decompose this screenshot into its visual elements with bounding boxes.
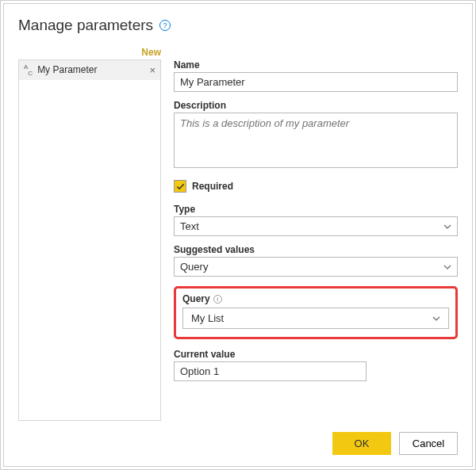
current-value-label: Current value	[174, 349, 458, 360]
close-icon[interactable]: ×	[149, 64, 155, 76]
new-parameter-link[interactable]: New	[141, 47, 161, 58]
ok-button[interactable]: OK	[332, 432, 391, 455]
dialog-title: Manage parameters	[18, 17, 153, 34]
type-glyph-icon: AC	[24, 63, 33, 77]
list-item[interactable]: AC My Parameter ×	[19, 60, 160, 80]
help-icon[interactable]: ?	[159, 20, 171, 31]
info-icon[interactable]: i	[213, 295, 222, 304]
name-label: Name	[174, 59, 458, 71]
parameter-list: AC My Parameter ×	[18, 59, 161, 421]
type-value: Text	[180, 220, 199, 232]
name-input[interactable]	[174, 72, 458, 92]
chevron-down-icon	[443, 263, 451, 271]
description-label: Description	[174, 100, 458, 111]
query-value: My List	[191, 312, 224, 324]
query-select[interactable]: My List	[182, 308, 449, 329]
type-select[interactable]: Text	[174, 216, 458, 236]
cancel-button[interactable]: Cancel	[399, 432, 458, 455]
current-value-input[interactable]	[174, 361, 367, 381]
parameter-item-label: My Parameter	[37, 64, 144, 75]
type-label: Type	[174, 204, 458, 215]
query-field-highlight: Query i My List	[174, 286, 458, 339]
suggested-values-label: Suggested values	[174, 244, 458, 255]
description-input[interactable]	[174, 113, 458, 168]
chevron-down-icon	[432, 315, 440, 323]
suggested-values-select[interactable]: Query	[174, 257, 458, 277]
query-label: Query	[182, 293, 210, 304]
required-checkbox[interactable]	[174, 180, 186, 193]
required-label: Required	[192, 181, 233, 192]
suggested-values-value: Query	[180, 261, 208, 273]
chevron-down-icon	[443, 223, 451, 231]
